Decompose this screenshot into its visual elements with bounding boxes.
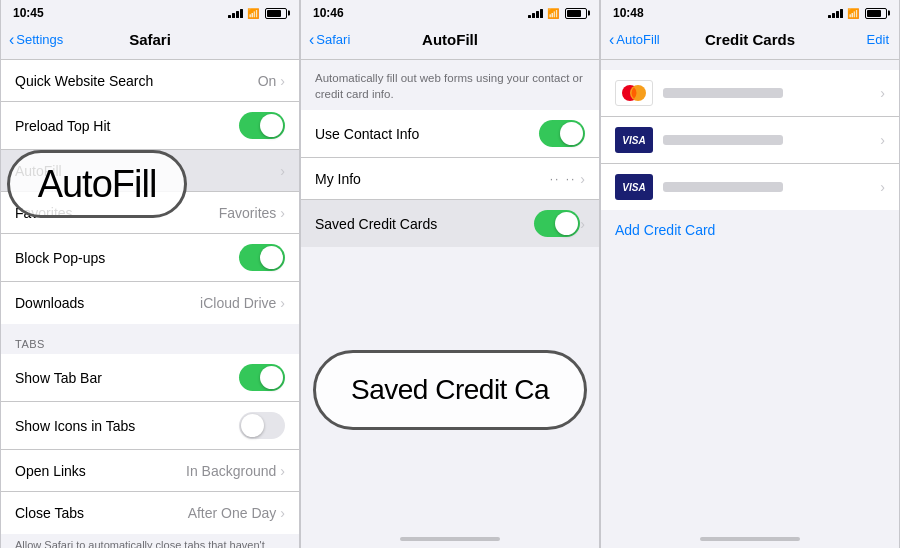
close-tabs-label: Close Tabs — [15, 505, 188, 521]
show-tab-bar-row[interactable]: Show Tab Bar — [1, 354, 299, 402]
open-links-chevron: › — [280, 463, 285, 479]
saved-credit-cards-label: Saved Credit Cards — [315, 216, 534, 232]
signal-icon-2 — [528, 9, 543, 18]
card-chevron-1: › — [880, 85, 885, 101]
back-button-3[interactable]: ‹ AutoFill — [609, 32, 660, 48]
favorites-value: Favorites — [219, 205, 277, 221]
card-row-3[interactable]: VISA › — [601, 164, 899, 210]
favorites-label: Favorites — [15, 205, 219, 221]
back-button-1[interactable]: ‹ Settings — [9, 32, 63, 48]
toggle-thumb-uci — [560, 122, 583, 145]
toggle-thumb-bp — [260, 246, 283, 269]
close-tabs-chevron: › — [280, 505, 285, 521]
back-button-2[interactable]: ‹ Safari — [309, 32, 350, 48]
status-bar-3: 10:48 📶 — [601, 0, 899, 22]
card-row-2[interactable]: VISA › — [601, 117, 899, 164]
quick-website-search-value: On — [258, 73, 277, 89]
card-chevron-3: › — [880, 179, 885, 195]
nav-bar-2: ‹ Safari AutoFill — [301, 22, 599, 60]
autofill-chevron: › — [280, 163, 285, 179]
nav-bar-3: ‹ AutoFill Credit Cards Edit — [601, 22, 899, 60]
show-icons-row[interactable]: Show Icons in Tabs — [1, 402, 299, 450]
back-label-1: Settings — [16, 32, 63, 47]
time-3: 10:48 — [613, 6, 644, 20]
preload-top-hit-label: Preload Top Hit — [15, 118, 239, 134]
block-popups-label: Block Pop-ups — [15, 250, 239, 266]
close-tabs-row[interactable]: Close Tabs After One Day › — [1, 492, 299, 534]
tabs-section-header: TABS — [1, 324, 299, 354]
mastercard-logo — [615, 80, 653, 106]
edit-button[interactable]: Edit — [867, 32, 889, 47]
status-bar-1: 10:45 📶 — [1, 0, 299, 22]
toggle-thumb-scc — [555, 212, 578, 235]
open-links-value: In Background — [186, 463, 276, 479]
chevron-left-icon-1: ‹ — [9, 32, 14, 48]
chevron-right-icon: › — [280, 73, 285, 89]
status-icons-1: 📶 — [228, 8, 287, 19]
home-indicator-2 — [301, 530, 599, 548]
autofill-content: Automatically fill out web forms using y… — [301, 60, 599, 530]
autofill-row[interactable]: AutoFill › — [1, 150, 299, 192]
add-credit-card-button[interactable]: Add Credit Card — [601, 210, 899, 250]
open-links-row[interactable]: Open Links In Background › — [1, 450, 299, 492]
saved-credit-cards-row[interactable]: Saved Credit Cards › — [301, 200, 599, 247]
use-contact-info-label: Use Contact Info — [315, 126, 539, 142]
favorites-row[interactable]: Favorites Favorites › — [1, 192, 299, 234]
card-chevron-2: › — [880, 132, 885, 148]
show-tab-bar-toggle[interactable] — [239, 364, 285, 391]
credit-cards-list: › VISA › VISA › Add Credit Card — [601, 60, 899, 530]
downloads-chevron: › — [280, 295, 285, 311]
wifi-icon-1: 📶 — [247, 8, 259, 19]
tabs-cell-group: Show Tab Bar Show Icons in Tabs Open Lin… — [1, 354, 299, 534]
autofill-list: Automatically fill out web forms using y… — [301, 60, 599, 530]
use-contact-info-row[interactable]: Use Contact Info — [301, 110, 599, 158]
show-icons-label: Show Icons in Tabs — [15, 418, 239, 434]
home-bar-2 — [400, 537, 500, 541]
autofill-screen: 10:46 📶 ‹ Safari AutoFill Automatically … — [300, 0, 600, 548]
signal-icon-3 — [828, 9, 843, 18]
screen1-content: Quick Website Search On › Preload Top Hi… — [1, 60, 299, 548]
preload-toggle[interactable] — [239, 112, 285, 139]
home-indicator-3 — [601, 530, 899, 548]
visa-text-1: VISA — [622, 135, 645, 146]
cards-cell-group: › VISA › VISA › — [601, 70, 899, 210]
quick-website-search-label: Quick Website Search — [15, 73, 258, 89]
favorites-chevron: › — [280, 205, 285, 221]
wifi-icon-3: 📶 — [847, 8, 859, 19]
block-popups-toggle[interactable] — [239, 244, 285, 271]
show-icons-toggle[interactable] — [239, 412, 285, 439]
use-contact-toggle[interactable] — [539, 120, 585, 147]
time-2: 10:46 — [313, 6, 344, 20]
my-info-row[interactable]: My Info ·· ·· › — [301, 158, 599, 200]
card-redacted-3 — [663, 182, 783, 192]
safari-settings-screen: 10:45 📶 ‹ Settings Safari — [0, 0, 300, 548]
open-links-label: Open Links — [15, 463, 186, 479]
visa-logo-1: VISA — [615, 127, 653, 153]
signal-icon-1 — [228, 9, 243, 18]
battery-icon-1 — [265, 8, 287, 19]
battery-icon-3 — [865, 8, 887, 19]
my-info-label: My Info — [315, 171, 550, 187]
status-icons-3: 📶 — [828, 8, 887, 19]
show-tab-bar-label: Show Tab Bar — [15, 370, 239, 386]
downloads-row[interactable]: Downloads iCloud Drive › — [1, 282, 299, 324]
visa-text-2: VISA — [622, 182, 645, 193]
close-tabs-value: After One Day — [188, 505, 277, 521]
card-row-1[interactable]: › — [601, 70, 899, 117]
wifi-icon-2: 📶 — [547, 8, 559, 19]
toggle-thumb-stb — [260, 366, 283, 389]
visa-logo-2: VISA — [615, 174, 653, 200]
nav-title-1: Safari — [129, 31, 171, 48]
autofill-cell-group: Use Contact Info My Info ·· ·· › Saved C… — [301, 110, 599, 247]
chevron-left-icon-2: ‹ — [309, 32, 314, 48]
nav-bar-1: ‹ Settings Safari — [1, 22, 299, 60]
battery-icon-2 — [565, 8, 587, 19]
card-redacted-2 — [663, 135, 783, 145]
downloads-value: iCloud Drive — [200, 295, 276, 311]
block-popups-row[interactable]: Block Pop-ups — [1, 234, 299, 282]
card-redacted-1 — [663, 88, 783, 98]
back-label-3: AutoFill — [616, 32, 659, 47]
preload-top-hit-row[interactable]: Preload Top Hit — [1, 102, 299, 150]
quick-website-search-row[interactable]: Quick Website Search On › — [1, 60, 299, 102]
saved-cc-toggle[interactable] — [534, 210, 580, 237]
